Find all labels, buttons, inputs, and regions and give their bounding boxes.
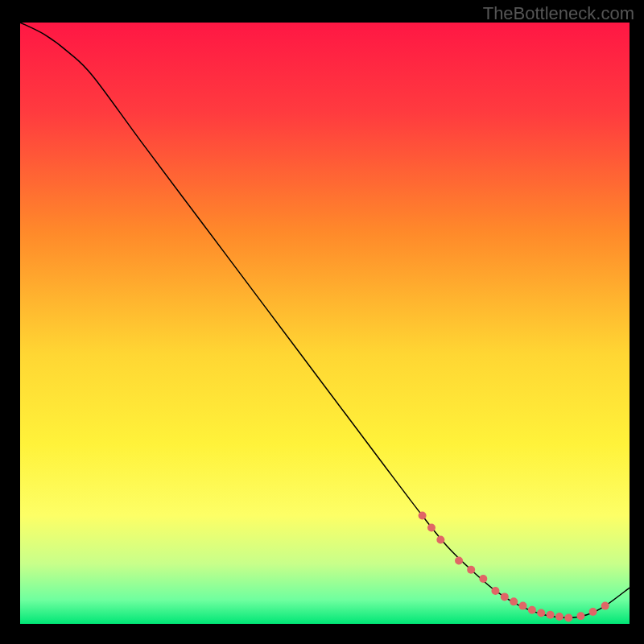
marker-point: [467, 566, 475, 574]
marker-point: [601, 602, 609, 610]
marker-point: [564, 614, 572, 622]
marker-point: [479, 575, 487, 583]
marker-point: [419, 512, 427, 520]
bottleneck-chart: [0, 0, 644, 644]
watermark-text: TheBottleneck.com: [483, 3, 634, 24]
marker-point: [519, 602, 527, 610]
marker-point: [510, 597, 518, 605]
marker-point: [501, 592, 509, 601]
marker-point: [589, 608, 597, 616]
marker-point: [576, 612, 584, 620]
marker-point: [427, 523, 436, 531]
marker-point: [455, 557, 463, 565]
marker-point: [537, 609, 545, 617]
marker-point: [491, 587, 499, 595]
marker-point: [528, 606, 536, 614]
chart-container: TheBottleneck.com: [0, 0, 644, 644]
marker-point: [555, 613, 564, 621]
plot-background: [20, 23, 630, 624]
marker-point: [436, 535, 444, 543]
marker-point: [547, 611, 555, 619]
